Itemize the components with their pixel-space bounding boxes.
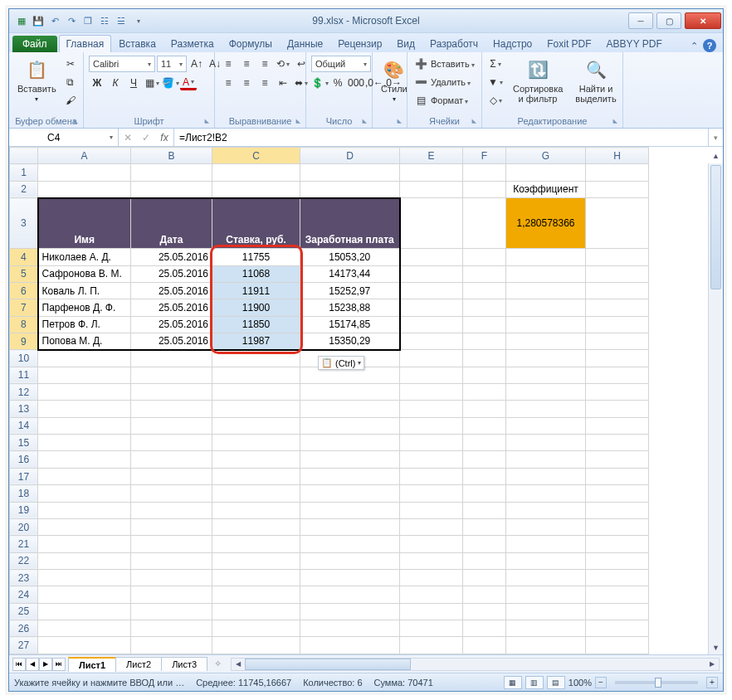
delete-cells-icon[interactable]: ➖: [412, 74, 429, 90]
align-left-icon[interactable]: ≡: [220, 75, 237, 91]
format-painter-icon[interactable]: 🖌: [62, 92, 79, 109]
column-headers[interactable]: A B C D E F G H: [10, 148, 649, 164]
number-format[interactable]: Общий: [311, 56, 371, 72]
sheet-tab[interactable]: Лист3: [161, 657, 207, 671]
align-center-icon[interactable]: ≡: [238, 75, 255, 91]
page-layout-icon[interactable]: ▥: [525, 676, 544, 689]
tab-foxit[interactable]: Foxit PDF: [539, 35, 598, 52]
file-tab[interactable]: Файл: [12, 36, 57, 52]
tab-data[interactable]: Данные: [280, 35, 330, 52]
grow-font-icon[interactable]: A↑: [188, 56, 205, 72]
copy-icon[interactable]: ⧉: [62, 74, 79, 90]
fill-icon[interactable]: ▼: [487, 74, 504, 90]
styles-button[interactable]: 🎨 Стили ▾: [378, 56, 411, 105]
align-bottom-icon[interactable]: ≡: [256, 56, 273, 72]
zoom-out-icon[interactable]: −: [595, 677, 607, 688]
tab-nav[interactable]: ⏮ ◀ ▶ ⏭: [9, 658, 69, 671]
currency-icon[interactable]: 💲: [311, 75, 328, 91]
align-right-icon[interactable]: ≡: [256, 75, 273, 91]
border-button[interactable]: ▦: [144, 75, 160, 91]
fx-icon[interactable]: fx: [155, 132, 173, 143]
undo-icon[interactable]: ↶: [47, 13, 62, 28]
underline-button[interactable]: Ч: [125, 75, 142, 91]
expand-formula-bar[interactable]: ▾: [708, 129, 723, 146]
bold-button[interactable]: Ж: [89, 75, 105, 91]
scroll-left-icon[interactable]: ◀: [232, 660, 245, 668]
zoom-level[interactable]: 100%: [569, 678, 592, 688]
normal-view-icon[interactable]: ▦: [504, 676, 522, 689]
group-label: Буфер обмена: [14, 114, 78, 126]
scroll-thumb[interactable]: [245, 659, 411, 670]
qat-customize[interactable]: [130, 13, 145, 28]
clear-icon[interactable]: ◇: [487, 92, 504, 109]
sort-filter-button[interactable]: 🔃 Сортировка и фильтр: [510, 56, 566, 105]
align-top-icon[interactable]: ≡: [220, 56, 237, 72]
minimize-button[interactable]: ─: [628, 12, 653, 29]
maximize-button[interactable]: ▢: [656, 12, 681, 29]
next-sheet-icon[interactable]: ▶: [39, 658, 52, 671]
tab-view[interactable]: Вид: [389, 35, 422, 52]
help-icon[interactable]: ?: [703, 39, 716, 52]
redo-icon[interactable]: ↷: [64, 13, 79, 28]
indent-dec-icon[interactable]: ⇤: [275, 75, 291, 91]
formula-input[interactable]: =Лист2!B2: [174, 129, 708, 146]
percent-icon[interactable]: %: [329, 75, 346, 91]
insert-label[interactable]: Вставить: [431, 59, 475, 69]
tab-home[interactable]: Главная: [59, 35, 112, 52]
cell-reference: C4: [47, 132, 60, 143]
page-break-icon[interactable]: ▤: [547, 676, 565, 689]
align-middle-icon[interactable]: ≡: [238, 56, 255, 72]
italic-button[interactable]: К: [107, 75, 124, 91]
horizontal-scrollbar[interactable]: ◀ ▶: [231, 658, 720, 671]
name-box[interactable]: C4 ▾: [42, 129, 119, 146]
close-button[interactable]: ✕: [685, 12, 721, 29]
enter-icon[interactable]: ✓: [137, 132, 155, 143]
prev-sheet-icon[interactable]: ◀: [26, 658, 39, 671]
tab-developer[interactable]: Разработч: [422, 35, 486, 52]
cut-icon[interactable]: ✂: [62, 56, 79, 72]
find-icon: 🔍: [583, 57, 608, 82]
qat-btn[interactable]: ❐: [81, 13, 95, 28]
new-sheet-icon[interactable]: ✧: [207, 659, 227, 669]
save-icon[interactable]: 💾: [31, 13, 46, 28]
zoom-slider[interactable]: [615, 681, 698, 684]
scroll-up-icon[interactable]: ▲: [709, 148, 723, 163]
font-size[interactable]: 11: [157, 56, 187, 72]
delete-label[interactable]: Удалить: [431, 77, 471, 87]
sheet-tab[interactable]: Лист1: [68, 657, 116, 672]
qat-btn[interactable]: ☱: [114, 13, 129, 28]
insert-cells-icon[interactable]: ➕: [412, 56, 429, 72]
ribbon-minimize-icon[interactable]: ⌃: [691, 41, 698, 51]
zoom-in-icon[interactable]: +: [706, 677, 718, 688]
format-label[interactable]: Формат: [431, 95, 468, 105]
scroll-thumb[interactable]: [710, 165, 721, 289]
first-sheet-icon[interactable]: ⏮: [12, 658, 26, 671]
table-header: Дата: [131, 198, 212, 249]
tab-formulas[interactable]: Формулы: [222, 35, 280, 52]
qat-btn[interactable]: ☷: [97, 13, 112, 28]
font-name[interactable]: Calibri: [89, 56, 155, 72]
comma-icon[interactable]: 000: [348, 75, 364, 91]
select-all-corner[interactable]: [10, 148, 38, 164]
format-cells-icon[interactable]: ▤: [412, 92, 429, 109]
find-select-button[interactable]: 🔍 Найти и выделить: [569, 56, 623, 105]
paste-button[interactable]: 📋 Вставить ▾: [14, 56, 60, 105]
orientation-icon[interactable]: ⟲: [275, 56, 291, 72]
cancel-icon[interactable]: ✕: [119, 132, 137, 143]
sheet-tab[interactable]: Лист2: [115, 657, 162, 671]
tab-addins[interactable]: Надстро: [486, 35, 539, 52]
scroll-right-icon[interactable]: ▶: [705, 660, 719, 668]
tab-layout[interactable]: Разметка: [163, 35, 222, 52]
font-color-button[interactable]: А: [180, 76, 197, 90]
titlebar: ▦ 💾 ↶ ↷ ❐ ☷ ☱ 99.xlsx - Microsoft Excel …: [9, 9, 723, 32]
tab-insert[interactable]: Вставка: [111, 35, 163, 52]
spreadsheet-grid[interactable]: A B C D E F G H 1 2Коэффициент 3 Имя Дат…: [9, 147, 649, 654]
fill-color-button[interactable]: 🪣: [162, 75, 178, 91]
tab-review[interactable]: Рецензир: [330, 35, 389, 52]
vertical-scrollbar[interactable]: ▲ ▼: [708, 163, 723, 654]
tab-abbyy[interactable]: ABBYY PDF: [599, 35, 670, 52]
paste-options-popup[interactable]: 📋 (Ctrl): [318, 356, 364, 370]
scroll-down-icon[interactable]: ▼: [709, 640, 723, 654]
autosum-icon[interactable]: Σ: [487, 56, 504, 72]
last-sheet-icon[interactable]: ⏭: [52, 658, 66, 671]
